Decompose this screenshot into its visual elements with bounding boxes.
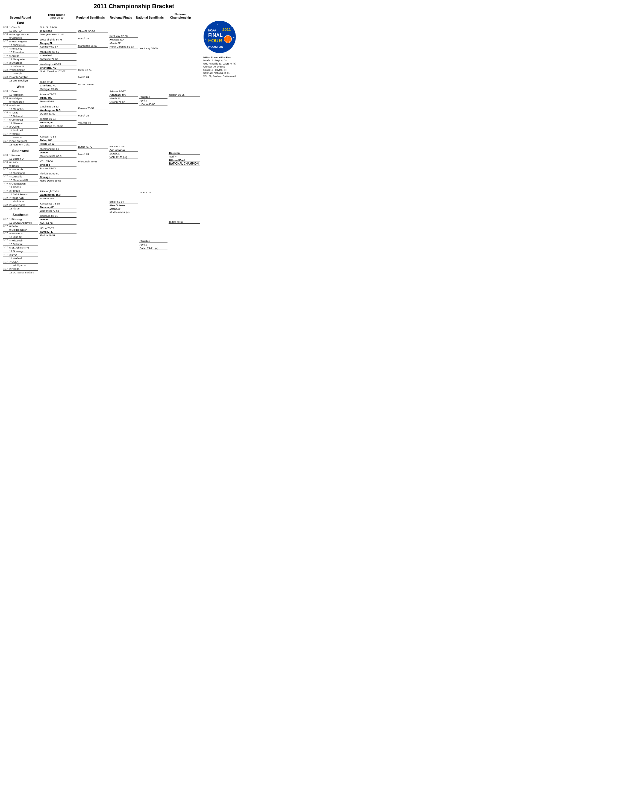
east-label: East (3, 20, 38, 26)
venue-e3: Tampa, FL (40, 41, 76, 45)
rsemi-se2: Wisconsin 70-65 (78, 160, 108, 163)
team-e1a: 3/181 Ohio St. (3, 26, 38, 29)
team-e6b: 14 Indiana St. (3, 64, 38, 68)
result-w1: Duke 87-45 (40, 80, 76, 84)
hdr-regional-semi: Regional Semifinals (75, 12, 106, 20)
result-se2: Butler 60-58 (40, 197, 76, 200)
team-e3b: 12 %Clemson (3, 43, 38, 47)
team-e6a: 3/183 Syracuse (3, 61, 38, 64)
southwest-label: Southwest (3, 148, 38, 153)
notes-line1: March 15 - Dayton, OH (203, 59, 237, 62)
venue-se3: Tucson, AZ (40, 205, 76, 209)
team-sw5b: 11 %VCU (3, 185, 38, 189)
result-sw2: Illinois 73-62 (40, 142, 76, 145)
team-w7a: 3/177 Temple (3, 132, 38, 136)
team-se7a: 3/177 UCLA (3, 260, 38, 264)
natsemi-se: Butler 74-71 (ot) (139, 246, 167, 250)
result-e3: West Virginia 84-76 (40, 38, 76, 41)
venue-w3: Tulsa, OK (40, 96, 76, 99)
team-se1b: 16 %UNC Asheville (3, 221, 38, 224)
result-se3: Kansas St. 73-68 (40, 202, 76, 205)
svg-text:2011: 2011 (222, 27, 231, 32)
team-sw2a: 3/188 UNLV (3, 160, 38, 164)
rfinal-e2: North Carolina 81-63 (109, 45, 138, 48)
rsemi-e-date1: March 25 (78, 37, 108, 40)
team-e7a: 3/187 Washington (3, 68, 38, 72)
natchamp-label: NATIONAL CHAMPION (169, 162, 200, 165)
rsemi-se1: Butler 71-70 (78, 145, 108, 148)
hdr-national-semi: National Semifinals (135, 12, 164, 20)
team-se4b: 13 Belmont (3, 242, 38, 246)
team-w5b: 11 Missouri (3, 121, 38, 125)
rfinal-e-date: March 27 (109, 41, 138, 45)
result-w3: Arizona 77-75 (40, 92, 76, 96)
svg-text:FINAL: FINAL (208, 32, 223, 38)
natsemi-swse-date: April 2 (139, 243, 167, 246)
rfinal-w1: Arizona 93-77 (109, 89, 138, 93)
team-sw4b: 13 Morehead St. (3, 178, 38, 182)
team-e5a: 3/186 Xavier (3, 54, 38, 57)
venue-se1: Washington, D.C. (40, 193, 76, 197)
bracket-page: Second Round Third Round March 19-20 Reg… (3, 12, 265, 723)
rsemi-w1: Duke 73-71 (78, 68, 108, 71)
rfinal-sw2: VCU 72-71 (ot) (109, 155, 138, 159)
result-sw1: Kansas 72-53 (40, 135, 76, 138)
first-round-notes: %First Round - First Four March 15 - Day… (203, 56, 237, 78)
team-e7b: 10 Georgia (3, 72, 38, 75)
notes-line4: March 16 - Dayton, OH (203, 69, 237, 72)
team-e4b: 13 Princeton (3, 50, 38, 54)
rsemi-e1: Ohio St. 98-66 (78, 29, 108, 33)
team-w1b: 16 Hampton (3, 93, 38, 96)
team-e5b: 11 Marquette (3, 57, 38, 61)
rsemi-sw1: Kansas 73-59 (78, 106, 108, 110)
notes-line6: VCU 59, Southern California 46 (203, 75, 237, 78)
rsemi-w-date1: March 24 (78, 75, 108, 79)
team-se2b: 9 Old Dominion (3, 228, 38, 232)
team-sw5a: 3/186 Georgetown (3, 182, 38, 185)
column-headers: Second Round Third Round March 19-20 Reg… (3, 12, 232, 20)
rfinal-w-date: March 26 (109, 96, 138, 100)
result-w6: UConn 81-52 (40, 112, 76, 115)
svg-text:NCAA: NCAA (208, 29, 216, 32)
hdr-national-champ: National Championship (164, 12, 197, 20)
team-e3a: 3/175 West Virginia (3, 40, 38, 43)
team-w7b: 10 Penn St. (3, 136, 38, 139)
team-sw4a: 3/174 Louisville (3, 175, 38, 178)
rsemi-sw2: VCU 94-76 (78, 121, 108, 125)
rsemi-w2: UConn 69-58 (78, 82, 108, 86)
result-se8: Florida 79-51 (40, 234, 76, 237)
team-w6a: 3/183 UConn (3, 125, 38, 128)
result-sw4: Morehead St. 62-61 (40, 154, 76, 158)
svg-text:HOUSTON: HOUSTON (208, 45, 223, 48)
rfinal-sw-date: March 27 (109, 152, 138, 155)
rfinal-se-date: March 26 (109, 207, 138, 211)
natsemi-e: Kentucky 76-69 (139, 46, 167, 50)
result-se4: Wisconsin 72-58 (40, 209, 76, 212)
result-sw8: Notre Dame 69-56 (40, 179, 76, 182)
team-se6b: 14 Wofford (3, 256, 38, 260)
team-w6b: 14 Bucknell (3, 128, 38, 132)
rfinal-se2: Florida 83-74 (ot) (109, 211, 138, 214)
venue-sw1: Tulsa, OK (40, 138, 76, 142)
hdr-regional-final: Regional Finals (106, 12, 136, 20)
rfinal-sw1: Kansas 77-57 (109, 145, 138, 148)
result-e6: Syracuse 77-60 (40, 57, 76, 61)
venue-sw5: Chicago (40, 163, 76, 166)
team-se1a: 3/171 Pittsburgh (3, 217, 38, 221)
svg-text:FOUR: FOUR (208, 38, 222, 43)
venue-sw3: Denver (40, 151, 76, 154)
venue-w5: Washington, D.C. (40, 108, 76, 112)
team-sw1b: 16 Boston U. (3, 157, 38, 160)
team-se2a: 3/178 Butler (3, 224, 38, 228)
team-se3b: 12 Utah St. (3, 235, 38, 239)
national-champ-col: UConn 56-55 Houston April 4 UConn 53-41 … (167, 20, 200, 274)
team-sw8b: 15 Akron (3, 207, 38, 210)
team-se4a: 3/174 Wisconsin (3, 239, 38, 242)
result-w8: San Diego St. 68-50 (40, 124, 76, 128)
rfinal-sw-venue: San Antonio (109, 148, 138, 152)
result-e2: George Mason 61-57 (40, 32, 76, 36)
team-sw6b: 14 Saint Peter's (3, 192, 38, 196)
result-se7: UCLA 78-76 (40, 226, 76, 230)
team-se7b: 10 Michigan St. (3, 264, 38, 267)
final-four-logo: ★ ★ ★ ★ ★ NCAA 2011 FINAL FOUR (203, 20, 237, 54)
